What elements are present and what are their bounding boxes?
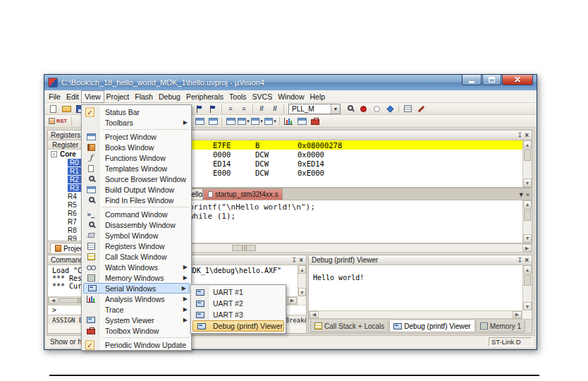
debug-window-button[interactable]: ▼ <box>264 116 277 126</box>
menu-item-toolbox-window[interactable]: Toolbox Window <box>82 325 191 336</box>
menubar-item-debug[interactable]: Debug <box>156 91 183 102</box>
chevron-down-icon[interactable]: ▼ <box>331 104 340 114</box>
menu-item-watch-windows[interactable]: Watch Windows ▶ <box>82 262 191 272</box>
indent-right-button[interactable]: ≡ <box>238 104 250 114</box>
menu-item-system-viewer[interactable]: System Viewer ▶ <box>82 315 191 325</box>
scroll-up-icon[interactable]: ▲ <box>523 265 532 274</box>
menu-item-registers-window[interactable]: Registers Window <box>82 241 191 251</box>
scroll-left-icon[interactable]: ◀ <box>310 311 319 318</box>
menu-item-symbol-window[interactable]: Symbol Window <box>82 230 191 241</box>
printf-viewer-output[interactable]: Hello world! <box>309 265 522 310</box>
scroll-left-icon[interactable]: ◀ <box>49 297 58 304</box>
menu-item-command-window[interactable]: >_ Command Window <box>82 209 191 219</box>
menu-item-memory-windows[interactable]: Memory Windows ▶ <box>82 272 191 283</box>
disassembly-pane-header[interactable]: ↧ × <box>179 131 532 140</box>
pll-m-combobox[interactable]: PLL_M ▼ <box>288 104 341 114</box>
tab-call-stack-locals[interactable]: Call Stack + Locals <box>310 320 388 332</box>
collapse-icon[interactable]: − <box>51 151 57 157</box>
menu-item-templates-window[interactable]: Templates Window <box>82 163 191 174</box>
bookmark-next-button[interactable] <box>193 104 206 114</box>
disassembly-row[interactable]: ED14 DCW 0xED14 <box>179 159 522 168</box>
scroll-up-icon[interactable]: ▲ <box>523 200 532 209</box>
menubar-item-edit[interactable]: Edit <box>63 91 82 102</box>
menubar-item-help[interactable]: Help <box>307 91 329 102</box>
reset-button[interactable]: RST <box>47 117 69 125</box>
scroll-down-icon[interactable]: ▼ <box>298 288 306 296</box>
scroll-down-icon[interactable]: ▼ <box>523 234 532 243</box>
debug-window-button[interactable]: ▼ <box>251 116 264 126</box>
scrollbar-thumb[interactable] <box>524 274 531 286</box>
menu-item-find-in-files-window[interactable]: Find In Files Window <box>82 195 191 205</box>
uncomment-button[interactable]: // <box>269 104 281 114</box>
maximize-button[interactable] <box>482 75 501 85</box>
command-vscrollbar[interactable]: ▲ ▼ <box>298 265 306 296</box>
menu-item-build-output-window[interactable]: Build Output Window <box>82 184 191 195</box>
scroll-right-icon[interactable]: ▶ <box>288 297 297 304</box>
tab-startup-stm32f4xx-s[interactable]: startup_stm32f4xx.s <box>203 188 283 200</box>
debug-window-button[interactable] <box>193 116 206 126</box>
menu-item-periodic-window-update[interactable]: ✓ Periodic Window Update <box>82 339 191 350</box>
menu-item-call-stack-window[interactable]: Call Stack Window <box>82 251 191 262</box>
title-bar[interactable]: C:\Book\ch_18_hello_world_MDK_1\hello.uv… <box>44 75 537 90</box>
scroll-up-icon[interactable]: ▲ <box>298 265 306 274</box>
disassembly-row[interactable]: 0000 DCW 0x0000 <box>179 150 522 159</box>
tab-list-chevron-icon[interactable]: ▼ <box>518 191 525 198</box>
menubar-item-peripherals[interactable]: Peripherals <box>183 91 226 102</box>
bookmark-clear-button[interactable] <box>207 104 219 114</box>
tab-debug-printf-viewer[interactable]: Debug (printf) Viewer <box>389 320 474 332</box>
menu-item-project-window[interactable]: Project Window <box>82 131 191 142</box>
scroll-down-icon[interactable]: ▼ <box>523 302 532 310</box>
breakpoint-disable-button[interactable] <box>370 104 383 114</box>
debug-window-button[interactable] <box>224 116 237 126</box>
find-button[interactable] <box>343 104 356 114</box>
menu-item-status-bar[interactable]: ✓ Status Bar <box>82 107 191 117</box>
menubar-item-svcs[interactable]: SVCS <box>250 91 276 102</box>
menu-item-toolbars[interactable]: Toolbars ▶ <box>82 117 191 128</box>
menu-item-disassembly-window[interactable]: Disassembly Window <box>82 219 191 230</box>
menu-item-debug-printf-viewer[interactable]: Debug (printf) Viewer <box>192 320 284 332</box>
menu-item-uart-2[interactable]: UART #2 <box>191 298 286 309</box>
printf-viewer-vscrollbar[interactable]: ▲ ▼ <box>522 265 532 310</box>
pin-icon[interactable]: ↧ <box>292 257 298 264</box>
pin-icon[interactable]: ↧ <box>517 257 523 264</box>
close-icon[interactable]: × <box>525 257 529 264</box>
breakpoint-button[interactable] <box>357 104 369 114</box>
debug-window-button[interactable] <box>295 116 308 126</box>
menu-item-functions-window[interactable]: ƒ Functions Window <box>82 152 191 163</box>
configure-button[interactable] <box>401 104 414 114</box>
close-icon[interactable]: × <box>525 132 529 139</box>
menu-item-uart-3[interactable]: UART #3 <box>191 309 286 320</box>
indent-left-button[interactable]: ≡ <box>224 104 237 114</box>
scrollbar-thumb[interactable] <box>524 150 531 161</box>
printf-viewer-hscrollbar[interactable]: ◀ ▶ <box>309 310 522 319</box>
menu-item-trace[interactable]: Trace ▶ <box>82 304 191 315</box>
disassembly-vscrollbar[interactable]: ▲ ▼ <box>522 140 532 187</box>
menubar-item-tools[interactable]: Tools <box>226 91 250 102</box>
tab-memory-1[interactable]: Memory 1 <box>476 320 525 332</box>
menu-item-books-window[interactable]: Books Window <box>82 142 191 152</box>
menubar-item-file[interactable]: File <box>46 91 63 102</box>
tools-button[interactable] <box>415 104 427 114</box>
open-file-button[interactable] <box>60 104 73 114</box>
code-editor[interactable]: printf("\nHello world!\n"); while (1); ▲… <box>178 200 532 243</box>
menubar-item-flash[interactable]: Flash <box>132 91 156 102</box>
new-file-button[interactable] <box>47 104 59 114</box>
editor-hscrollbar[interactable]: ◀ ▶ <box>178 243 532 253</box>
debug-window-button[interactable] <box>282 116 295 126</box>
disassembly-current-row[interactable]: E7FE B 0x08000278 <box>179 140 522 150</box>
disassembly-listing[interactable]: E7FE B 0x08000278 0000 DCW 0x0000 ED14 D… <box>179 140 522 187</box>
menu-item-analysis-windows[interactable]: Analysis Windows ▶ <box>82 294 191 304</box>
printf-viewer-header[interactable]: Debug (printf) Viewer ↧ × <box>309 255 532 265</box>
scroll-right-icon[interactable]: ▶ <box>522 244 532 252</box>
menu-item-source-browser-window[interactable]: Source Browser Window <box>82 174 191 184</box>
menubar-item-window[interactable]: Window <box>275 91 307 102</box>
scroll-up-icon[interactable]: ▲ <box>523 140 532 149</box>
comment-button[interactable]: // <box>255 104 268 114</box>
breakpoint-kill-button[interactable] <box>384 104 396 114</box>
debug-window-button[interactable] <box>207 116 219 126</box>
editor-vscrollbar[interactable]: ▲ ▼ <box>522 200 532 243</box>
scrollbar-thumb[interactable] <box>524 210 531 221</box>
close-tab-icon[interactable]: × <box>526 191 529 198</box>
pin-icon[interactable]: ↧ <box>517 132 523 139</box>
menu-item-serial-windows[interactable]: Serial Windows ▶ <box>83 283 190 294</box>
